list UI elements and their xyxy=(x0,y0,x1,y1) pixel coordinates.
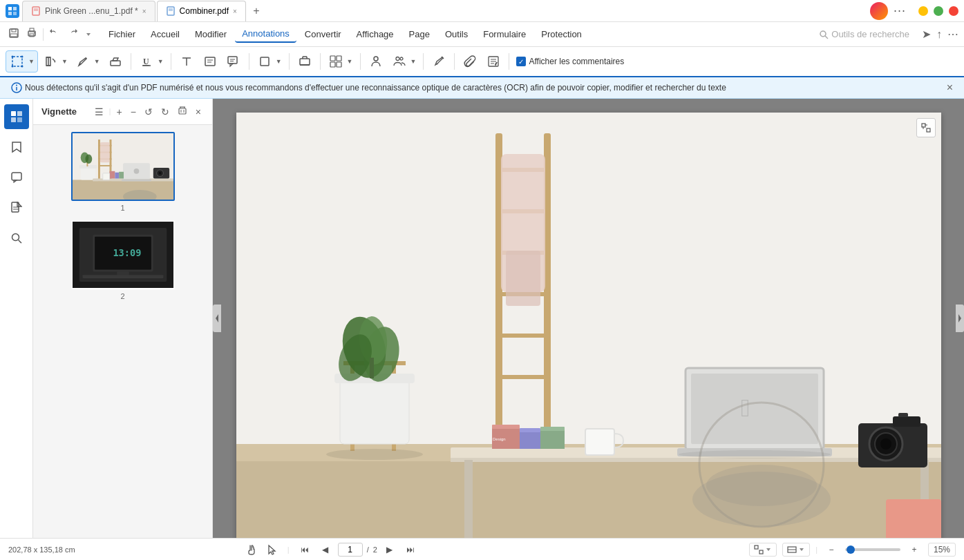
underline-arrow[interactable]: ▼ xyxy=(156,58,165,65)
thumbnail-page-2[interactable]: 13:09 2 xyxy=(71,220,175,300)
undo-button[interactable] xyxy=(46,26,63,42)
last-page-button[interactable]: ⏭ xyxy=(402,541,419,558)
zoom-in-button[interactable]: + xyxy=(906,541,923,558)
shape-arrow[interactable]: ▼ xyxy=(274,58,283,65)
menu-protection[interactable]: Protection xyxy=(534,26,589,42)
svg-rect-47 xyxy=(337,56,341,61)
thumbnail-list: 1 13:09 xyxy=(33,125,212,538)
text-box-tool[interactable] xyxy=(199,50,221,73)
sign-tool[interactable] xyxy=(365,50,387,73)
multi-annotate-arrow[interactable]: ▼ xyxy=(346,58,355,65)
menu-formulaire[interactable]: Formulaire xyxy=(476,26,533,42)
search-tools-label: Outils de recherche xyxy=(831,29,909,39)
attach-tool[interactable] xyxy=(459,50,481,73)
minimize-button[interactable] xyxy=(918,6,928,16)
share-button[interactable]: ↑ xyxy=(936,28,942,41)
save-small-button[interactable] xyxy=(6,26,22,42)
prev-page-button[interactable]: ◀ xyxy=(317,541,334,558)
menu-page[interactable]: Page xyxy=(402,26,437,42)
stamp-tool[interactable] xyxy=(294,50,316,73)
text-insert-tool[interactable] xyxy=(176,50,198,73)
menu-modifier[interactable]: Modifier xyxy=(188,26,234,42)
svg-rect-61 xyxy=(17,111,22,116)
fit-page-corner-button[interactable] xyxy=(916,118,936,137)
svg-rect-84 xyxy=(100,142,109,162)
restore-button[interactable] xyxy=(934,6,943,16)
history-dropdown[interactable] xyxy=(82,28,95,41)
thumbnail-rotate-cw-button[interactable]: ↻ xyxy=(158,105,172,119)
eraser-tool[interactable] xyxy=(104,50,126,73)
page-separator: / xyxy=(367,545,369,554)
thumbnail-page-1[interactable]: 1 xyxy=(71,132,175,212)
more-options-button[interactable]: ··· xyxy=(894,3,906,18)
fit-page-button[interactable] xyxy=(749,543,777,557)
sep-4 xyxy=(289,53,290,70)
svg-rect-3 xyxy=(13,12,17,15)
select-text-arrow[interactable]: ▼ xyxy=(60,58,69,65)
tab-2-close[interactable]: × xyxy=(233,8,237,15)
redo-button[interactable] xyxy=(64,26,81,42)
collapse-panel-button[interactable] xyxy=(213,305,221,332)
svg-rect-10 xyxy=(10,29,18,37)
select-text-tool[interactable]: ▼ xyxy=(39,50,70,73)
fit-width-options-arrow[interactable] xyxy=(798,546,805,553)
thumbnail-menu-button[interactable]: ☰ xyxy=(92,105,106,119)
sign-group-arrow[interactable]: ▼ xyxy=(409,58,418,65)
handwrite-tool[interactable] xyxy=(428,50,450,73)
expand-right-panel-button[interactable] xyxy=(956,305,964,332)
add-tab-button[interactable]: + xyxy=(247,2,265,20)
tab-1[interactable]: Pink Green ...enu_1.pdf * × xyxy=(22,1,155,21)
svg-rect-108 xyxy=(82,275,163,278)
fit-width-button[interactable] xyxy=(782,543,810,557)
print-button[interactable] xyxy=(23,26,40,42)
current-page-input[interactable] xyxy=(338,543,363,557)
thumbnail-delete-button[interactable] xyxy=(175,104,190,119)
thumbnail-rotate-ccw-button[interactable]: ↺ xyxy=(142,105,155,119)
more-menu-button[interactable]: ⋯ xyxy=(947,28,958,41)
notification-bar: Nous détectons qu'il s'agit d'un PDF num… xyxy=(0,77,964,99)
search-tools-button[interactable]: Outils de recherche xyxy=(812,26,916,42)
menu-annotations[interactable]: Annotations xyxy=(235,26,296,43)
menu-accueil[interactable]: Accueil xyxy=(144,26,187,42)
bookmark-panel-button[interactable] xyxy=(4,135,29,160)
tab-1-close[interactable]: × xyxy=(142,8,147,15)
menu-affichage[interactable]: Affichage xyxy=(350,26,401,42)
comments-panel-button[interactable] xyxy=(4,165,29,190)
svg-point-24 xyxy=(21,66,23,68)
show-comments-checkbox[interactable]: ✓ Afficher les commentaires xyxy=(516,57,624,66)
select-cursor-button[interactable] xyxy=(264,541,281,558)
first-page-button[interactable]: ⏮ xyxy=(296,541,313,558)
callout-tool[interactable] xyxy=(223,50,245,73)
zoom-out-button[interactable]: − xyxy=(823,541,840,558)
thumbnail-zoom-out-button[interactable]: − xyxy=(128,105,139,119)
notification-close-button[interactable]: × xyxy=(947,81,953,94)
menu-fichier[interactable]: Fichier xyxy=(102,26,142,42)
tab-2[interactable]: Combiner.pdf × xyxy=(157,1,246,21)
hand-tool-button[interactable] xyxy=(243,541,260,558)
shape-tool[interactable]: ▼ xyxy=(254,50,285,73)
thumbnail-close-button[interactable]: × xyxy=(193,105,204,119)
next-page-button[interactable]: ▶ xyxy=(381,541,398,558)
underline-tool[interactable]: U ▼ xyxy=(135,50,167,73)
attachments-panel-button[interactable] xyxy=(4,195,29,220)
close-button[interactable] xyxy=(949,6,958,16)
multi-annotate-tool[interactable]: ▼ xyxy=(325,50,356,73)
draw-arrow[interactable]: ▼ xyxy=(93,58,102,65)
sign-group-tool[interactable]: ▼ xyxy=(388,50,419,73)
select-area-arrow[interactable]: ▼ xyxy=(27,58,36,65)
fit-options-arrow[interactable] xyxy=(765,546,772,553)
search-panel-button[interactable] xyxy=(4,226,29,251)
menu-convertir[interactable]: Convertir xyxy=(298,26,348,42)
sep-2 xyxy=(171,53,171,70)
thumbnail-zoom-in-button[interactable]: + xyxy=(113,105,124,119)
menu-outils[interactable]: Outils xyxy=(438,26,475,42)
draw-tool[interactable]: ▼ xyxy=(72,50,103,73)
thumbnail-panel-button[interactable] xyxy=(4,104,29,129)
text-markup-tool[interactable] xyxy=(482,50,504,73)
send-left-button[interactable]: ➤ xyxy=(922,28,931,41)
zoom-slider[interactable] xyxy=(845,548,900,551)
svg-rect-7 xyxy=(167,7,174,15)
select-area-tool[interactable]: ▼ xyxy=(6,50,38,73)
svg-rect-120 xyxy=(495,375,551,379)
zoom-level-display[interactable]: 15% xyxy=(928,543,956,557)
